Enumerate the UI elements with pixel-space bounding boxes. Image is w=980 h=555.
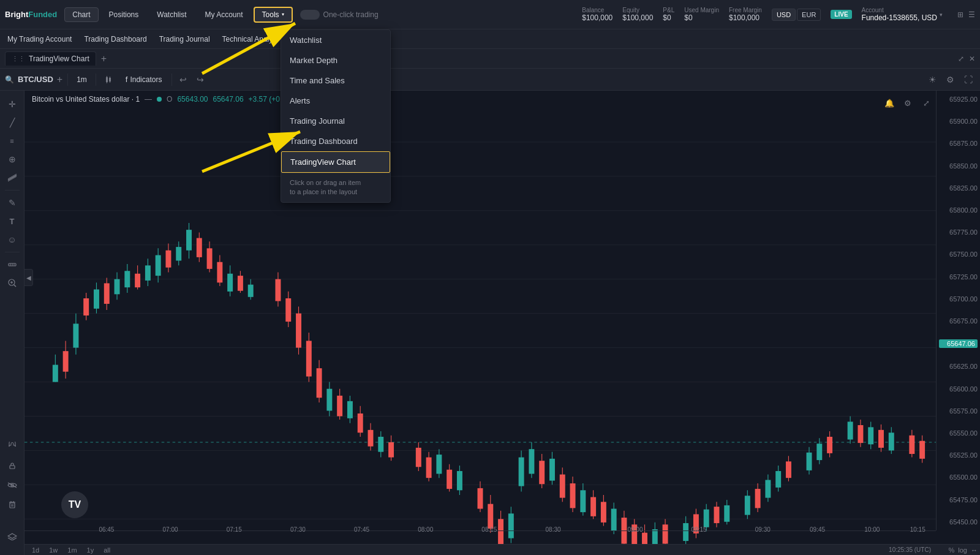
dropdown-trading-journal[interactable]: Trading Journal [281, 111, 390, 131]
svg-rect-49 [83, 298, 89, 315]
my-account-nav-button[interactable]: My Account [197, 7, 251, 22]
top-nav-menu-icons: ⊞ ☰ [957, 10, 975, 19]
tab-right-icons: ⤢ ✕ [958, 55, 975, 63]
dropdown-alerts[interactable]: Alerts [281, 91, 390, 111]
timeframe-button[interactable]: 1m [73, 74, 91, 85]
expand-tab-icon[interactable]: ⤢ [958, 55, 964, 63]
log-icon[interactable]: log [958, 546, 967, 554]
emoji-tool-icon[interactable]: ☺ [2, 231, 22, 248]
period-1d-button[interactable]: 1d [29, 546, 42, 554]
toolbar-divider-2 [5, 252, 20, 252]
indicators-icon: f [126, 75, 128, 84]
trading-journal-link[interactable]: Trading Journal [159, 35, 210, 43]
magnet-tool-icon[interactable] [2, 437, 22, 455]
my-trading-account-link[interactable]: My Trading Account [7, 35, 72, 43]
trading-dashboard-link[interactable]: Trading Dashboard [84, 35, 146, 43]
layers-tool-icon[interactable] [2, 528, 22, 545]
undo-icon[interactable]: ↩ [177, 72, 189, 87]
svg-rect-99 [358, 413, 363, 432]
grid-icon[interactable]: ⊞ [957, 10, 963, 19]
eur-button[interactable]: EUR [797, 9, 821, 21]
time-label-0915: 09:15 [692, 526, 707, 533]
technical-analysis-link[interactable]: Technical Analy... [222, 35, 279, 43]
dropdown-trading-dashboard[interactable]: Trading Dashboard [281, 131, 390, 151]
watchlist-nav-button[interactable]: Watchlist [149, 7, 194, 22]
percent-icon[interactable]: % [949, 546, 955, 554]
chart-separator: — [145, 95, 152, 104]
period-1m-button[interactable]: 1m [65, 546, 79, 554]
dropdown-tradingview-chart[interactable]: TradingView Chart [281, 151, 390, 173]
collapse-sidebar-button[interactable]: ◀ [24, 269, 33, 286]
positions-nav-button[interactable]: Positions [101, 7, 147, 22]
period-1y-button[interactable]: 1y [85, 546, 97, 554]
svg-rect-51 [94, 289, 99, 308]
symbol-label[interactable]: BTC/USD [18, 75, 53, 84]
chart-timestamp: 10:25:35 (UTC) [889, 546, 931, 553]
settings-right-icon[interactable]: ⚙ [900, 96, 915, 110]
add-symbol-icon[interactable]: + [57, 74, 62, 85]
candle-type-icon[interactable] [101, 72, 116, 87]
period-all-button[interactable]: all [101, 546, 113, 554]
settings-icon[interactable]: ⚙ [944, 72, 957, 87]
price-axis: 65925.00 65900.00 65875.00 65850.00 6582… [936, 91, 980, 530]
close-tab-icon[interactable]: ✕ [969, 55, 975, 63]
draw-line-tool-icon[interactable]: ╱ [2, 114, 22, 131]
chart-nav-button[interactable]: Chart [64, 7, 98, 22]
svg-rect-187 [878, 430, 884, 448]
crosshair-tool-icon[interactable]: ⊕ [2, 151, 22, 168]
dropdown-time-and-sales[interactable]: Time and Sales [281, 70, 390, 91]
channel-tool-icon[interactable] [2, 169, 22, 186]
balance-stat: Balance $100,000 [582, 7, 612, 22]
expand-right-icon[interactable]: ⤢ [919, 96, 933, 110]
dropdown-watchlist[interactable]: Watchlist [281, 30, 390, 50]
svg-rect-5 [110, 81, 110, 83]
add-tab-button[interactable]: + [101, 54, 107, 64]
one-click-trading-section: One-click trading [300, 10, 379, 20]
usd-button[interactable]: USD [772, 9, 796, 21]
alert-icon[interactable]: ☀ [926, 72, 939, 87]
tools-nav-button[interactable]: Tools ▾ [254, 7, 293, 23]
svg-rect-161 [714, 507, 720, 523]
cursor-tool-icon[interactable]: ✛ [2, 96, 22, 113]
period-1w-button[interactable]: 1w [47, 546, 60, 554]
chart-open-label: O [167, 95, 172, 104]
price-label: 65750.00 [939, 251, 978, 258]
measure-tool-icon[interactable] [2, 256, 22, 273]
tradingview-chart-tab[interactable]: ⋮⋮ TradingView Chart [5, 51, 96, 66]
account-dropdown[interactable]: Account Funded-1538655, USD ▾ [862, 7, 943, 22]
one-click-toggle[interactable] [300, 10, 320, 20]
dropdown-market-depth[interactable]: Market Depth [281, 50, 390, 70]
text-tool-icon[interactable]: T [2, 213, 22, 230]
time-label-0830: 08:30 [546, 526, 561, 533]
horizontal-line-tool-icon[interactable]: ≡ [2, 132, 22, 149]
svg-rect-181 [848, 421, 853, 439]
svg-rect-4 [110, 77, 110, 78]
candlestick-chart [24, 108, 936, 555]
eye-tool-icon[interactable] [2, 477, 22, 494]
search-icon[interactable]: 🔍 [5, 75, 14, 84]
svg-rect-75 [217, 262, 222, 283]
redo-icon[interactable]: ↪ [194, 72, 206, 87]
currency-buttons: USD EUR [772, 9, 821, 21]
account-info: Balance $100,000 Equity $100,000 P&L $0 … [582, 7, 975, 22]
svg-rect-43 [53, 365, 58, 382]
svg-rect-1 [107, 76, 107, 77]
hamburger-icon[interactable]: ☰ [968, 10, 975, 19]
svg-rect-65 [165, 251, 171, 268]
scroll-icon[interactable]: ↔ [971, 546, 978, 554]
logo[interactable]: BrightFunded [5, 10, 57, 19]
tools-dropdown-menu: Watchlist Market Depth Time and Sales Al… [281, 29, 391, 203]
toolbar-divider-3 [172, 74, 172, 86]
pencil-tool-icon[interactable]: ✎ [2, 194, 22, 211]
trash-tool-icon[interactable] [2, 496, 22, 513]
lock-tool-icon[interactable] [2, 457, 22, 474]
zoom-in-tool-icon[interactable] [2, 274, 22, 292]
time-label-1015: 10:15 [910, 526, 925, 533]
price-label: 65775.00 [939, 228, 978, 236]
alert-right-icon[interactable]: 🔔 [882, 96, 897, 110]
fullscreen-icon[interactable]: ⛶ [962, 72, 975, 87]
svg-rect-163 [724, 505, 729, 522]
indicators-button[interactable]: f Indicators [121, 73, 167, 86]
time-label-0945: 09:45 [810, 526, 825, 533]
svg-rect-185 [868, 427, 873, 444]
